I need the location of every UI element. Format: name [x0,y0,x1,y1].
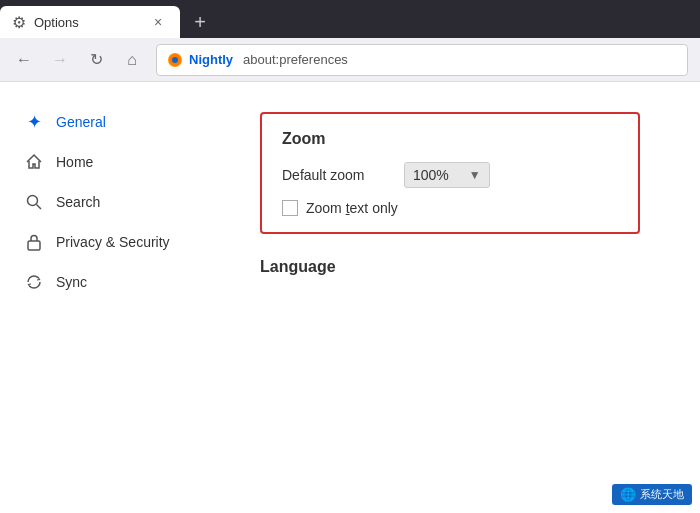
search-icon [24,192,44,212]
browser-brand-label: Nightly [189,52,233,67]
sidebar-label-general: General [56,114,106,130]
sidebar-label-sync: Sync [56,274,87,290]
zoom-text-only-row: Zoom text only [282,200,618,216]
sync-icon [24,272,44,292]
zoom-select-dropdown[interactable]: 100% ▼ [404,162,490,188]
zoom-section-box: Zoom Default zoom 100% ▼ Zoom text only [260,112,640,234]
watermark: 🌐 系统天地 [612,484,692,505]
tab-bar: ⚙ Options × + [0,0,700,38]
active-tab[interactable]: ⚙ Options × [0,6,180,38]
firefox-logo-icon [167,52,183,68]
home-icon [24,152,44,172]
sidebar-item-sync[interactable]: Sync [0,262,220,302]
options-gear-icon: ⚙ [12,13,26,32]
svg-point-1 [172,57,178,63]
language-section-title: Language [260,258,660,276]
forward-button[interactable]: → [44,44,76,76]
home-button[interactable]: ⌂ [116,44,148,76]
sidebar: ✦ General Home Search [0,82,220,513]
address-url-text: about:preferences [243,52,348,67]
browser-chrome: ⚙ Options × + ← → ↻ ⌂ Nightly about:pref… [0,0,700,82]
sidebar-item-search[interactable]: Search [0,182,220,222]
chevron-down-icon: ▼ [469,168,481,182]
lock-icon [24,232,44,252]
zoom-text-underline: t [346,200,350,216]
sidebar-label-search: Search [56,194,100,210]
sidebar-label-privacy: Privacy & Security [56,234,170,250]
back-button[interactable]: ← [8,44,40,76]
sidebar-item-general[interactable]: ✦ General [0,102,220,142]
page-content: ✦ General Home Search [0,82,700,513]
sidebar-item-privacy[interactable]: Privacy & Security [0,222,220,262]
new-tab-button[interactable]: + [184,6,216,38]
zoom-text-only-label: Zoom text only [306,200,398,216]
zoom-value: 100% [413,167,449,183]
sidebar-item-home[interactable]: Home [0,142,220,182]
default-zoom-row: Default zoom 100% ▼ [282,162,618,188]
svg-rect-4 [28,241,40,250]
reload-button[interactable]: ↻ [80,44,112,76]
watermark-text: 系统天地 [640,487,684,502]
svg-line-3 [37,205,42,210]
language-section: Language [260,258,660,276]
tab-close-button[interactable]: × [148,12,168,32]
address-bar[interactable]: Nightly about:preferences [156,44,688,76]
zoom-text-only-checkbox[interactable] [282,200,298,216]
tab-title: Options [34,15,79,30]
zoom-section-title: Zoom [282,130,618,148]
default-zoom-label: Default zoom [282,167,392,183]
nav-bar: ← → ↻ ⌂ Nightly about:preferences [0,38,700,82]
globe-icon: 🌐 [620,487,636,502]
svg-point-2 [28,196,38,206]
sidebar-label-home: Home [56,154,93,170]
general-icon: ✦ [24,112,44,132]
main-content: Zoom Default zoom 100% ▼ Zoom text only … [220,82,700,513]
